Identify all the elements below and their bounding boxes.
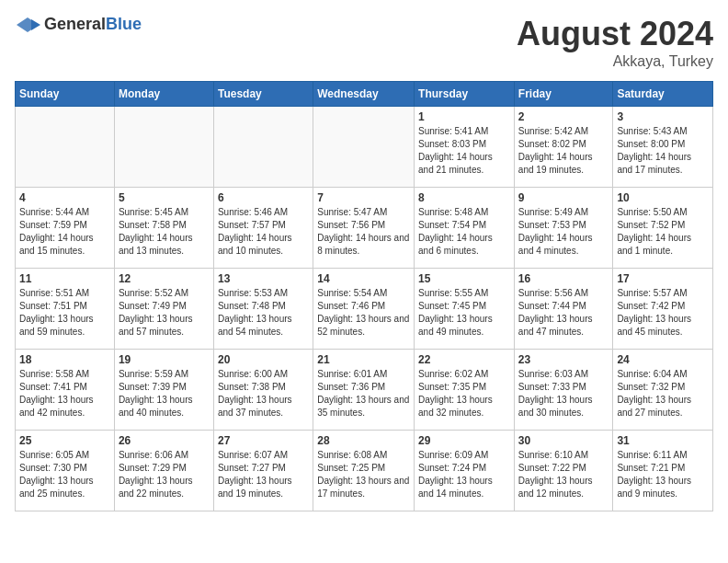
- day-info: Sunrise: 6:10 AM Sunset: 7:22 PM Dayligh…: [518, 449, 609, 500]
- day-number: 26: [119, 434, 210, 447]
- day-info: Sunrise: 5:42 AM Sunset: 8:02 PM Dayligh…: [518, 125, 609, 177]
- day-number: 13: [218, 272, 309, 285]
- week-row-2: 4Sunrise: 5:44 AM Sunset: 7:59 PM Daylig…: [16, 188, 713, 269]
- day-info: Sunrise: 5:46 AM Sunset: 7:57 PM Dayligh…: [218, 206, 309, 258]
- week-row-4: 18Sunrise: 5:58 AM Sunset: 7:41 PM Dayli…: [16, 350, 713, 431]
- day-info: Sunrise: 6:06 AM Sunset: 7:29 PM Dayligh…: [119, 449, 210, 500]
- day-number: 15: [418, 272, 510, 285]
- day-number: 19: [119, 353, 210, 366]
- day-info: Sunrise: 5:56 AM Sunset: 7:44 PM Dayligh…: [518, 287, 609, 339]
- calendar-cell: 18Sunrise: 5:58 AM Sunset: 7:41 PM Dayli…: [16, 350, 115, 431]
- day-number: 16: [518, 272, 609, 285]
- day-number: 7: [317, 191, 410, 204]
- calendar-cell: 22Sunrise: 6:02 AM Sunset: 7:35 PM Dayli…: [415, 350, 515, 431]
- calendar-cell: [213, 107, 313, 188]
- day-info: Sunrise: 6:00 AM Sunset: 7:38 PM Dayligh…: [218, 368, 309, 419]
- day-number: 1: [418, 110, 510, 123]
- calendar-cell: 30Sunrise: 6:10 AM Sunset: 7:22 PM Dayli…: [514, 431, 613, 511]
- day-number: 28: [317, 434, 410, 447]
- week-row-3: 11Sunrise: 5:51 AM Sunset: 7:51 PM Dayli…: [16, 269, 713, 350]
- logo-blue-text: Blue: [106, 15, 142, 33]
- day-info: Sunrise: 5:57 AM Sunset: 7:42 PM Dayligh…: [617, 287, 709, 339]
- week-row-1: 1Sunrise: 5:41 AM Sunset: 8:03 PM Daylig…: [16, 107, 713, 188]
- day-info: Sunrise: 6:04 AM Sunset: 7:32 PM Dayligh…: [617, 368, 709, 419]
- calendar-cell: [16, 107, 115, 188]
- day-number: 11: [19, 272, 110, 285]
- day-info: Sunrise: 5:52 AM Sunset: 7:49 PM Dayligh…: [119, 287, 210, 339]
- day-number: 2: [518, 110, 609, 123]
- calendar-cell: 20Sunrise: 6:00 AM Sunset: 7:38 PM Dayli…: [213, 350, 313, 431]
- weekday-header-wednesday: Wednesday: [313, 82, 415, 107]
- calendar-cell: 1Sunrise: 5:41 AM Sunset: 8:03 PM Daylig…: [415, 107, 515, 188]
- day-number: 30: [518, 434, 609, 447]
- calendar-cell: 7Sunrise: 5:47 AM Sunset: 7:56 PM Daylig…: [313, 188, 415, 269]
- day-info: Sunrise: 5:59 AM Sunset: 7:39 PM Dayligh…: [119, 368, 210, 419]
- calendar-cell: 6Sunrise: 5:46 AM Sunset: 7:57 PM Daylig…: [213, 188, 313, 269]
- calendar-cell: 12Sunrise: 5:52 AM Sunset: 7:49 PM Dayli…: [114, 269, 213, 350]
- calendar-cell: 23Sunrise: 6:03 AM Sunset: 7:33 PM Dayli…: [514, 350, 613, 431]
- day-number: 4: [19, 191, 110, 204]
- calendar-cell: 2Sunrise: 5:42 AM Sunset: 8:02 PM Daylig…: [514, 107, 613, 188]
- logo-icon: [15, 16, 40, 34]
- day-info: Sunrise: 6:08 AM Sunset: 7:25 PM Dayligh…: [317, 449, 410, 500]
- weekday-header-saturday: Saturday: [613, 82, 713, 107]
- day-number: 18: [19, 353, 110, 366]
- day-number: 8: [418, 191, 510, 204]
- title-section: August 2024 Akkaya, Turkey: [517, 15, 713, 70]
- day-info: Sunrise: 5:41 AM Sunset: 8:03 PM Dayligh…: [418, 125, 510, 177]
- weekday-header-row: SundayMondayTuesdayWednesdayThursdayFrid…: [16, 82, 713, 107]
- calendar-cell: 29Sunrise: 6:09 AM Sunset: 7:24 PM Dayli…: [415, 431, 515, 511]
- weekday-header-friday: Friday: [514, 82, 613, 107]
- day-number: 29: [418, 434, 510, 447]
- day-number: 31: [617, 434, 709, 447]
- day-info: Sunrise: 5:49 AM Sunset: 7:53 PM Dayligh…: [518, 206, 609, 258]
- day-number: 22: [418, 353, 510, 366]
- day-info: Sunrise: 6:11 AM Sunset: 7:21 PM Dayligh…: [617, 449, 709, 500]
- svg-marker-1: [31, 19, 40, 30]
- day-info: Sunrise: 5:51 AM Sunset: 7:51 PM Dayligh…: [19, 287, 110, 339]
- weekday-header-sunday: Sunday: [16, 82, 115, 107]
- calendar-cell: 24Sunrise: 6:04 AM Sunset: 7:32 PM Dayli…: [613, 350, 713, 431]
- day-number: 21: [317, 353, 410, 366]
- calendar-cell: 25Sunrise: 6:05 AM Sunset: 7:30 PM Dayli…: [16, 431, 115, 511]
- day-info: Sunrise: 6:03 AM Sunset: 7:33 PM Dayligh…: [518, 368, 609, 419]
- calendar-table: SundayMondayTuesdayWednesdayThursdayFrid…: [15, 81, 713, 511]
- day-info: Sunrise: 6:07 AM Sunset: 7:27 PM Dayligh…: [218, 449, 309, 500]
- day-info: Sunrise: 5:53 AM Sunset: 7:48 PM Dayligh…: [218, 287, 309, 339]
- weekday-header-tuesday: Tuesday: [213, 82, 313, 107]
- calendar-cell: 8Sunrise: 5:48 AM Sunset: 7:54 PM Daylig…: [415, 188, 515, 269]
- day-number: 25: [19, 434, 110, 447]
- page-header: GeneralBlue August 2024 Akkaya, Turkey: [15, 15, 713, 70]
- day-info: Sunrise: 5:50 AM Sunset: 7:52 PM Dayligh…: [617, 206, 709, 258]
- calendar-cell: 10Sunrise: 5:50 AM Sunset: 7:52 PM Dayli…: [613, 188, 713, 269]
- day-number: 6: [218, 191, 309, 204]
- calendar-cell: 16Sunrise: 5:56 AM Sunset: 7:44 PM Dayli…: [514, 269, 613, 350]
- day-number: 20: [218, 353, 309, 366]
- day-info: Sunrise: 5:54 AM Sunset: 7:46 PM Dayligh…: [317, 287, 410, 339]
- calendar-cell: 5Sunrise: 5:45 AM Sunset: 7:58 PM Daylig…: [114, 188, 213, 269]
- day-info: Sunrise: 5:55 AM Sunset: 7:45 PM Dayligh…: [418, 287, 510, 339]
- logo: GeneralBlue: [15, 15, 142, 34]
- calendar-cell: 27Sunrise: 6:07 AM Sunset: 7:27 PM Dayli…: [213, 431, 313, 511]
- day-info: Sunrise: 6:02 AM Sunset: 7:35 PM Dayligh…: [418, 368, 510, 419]
- day-info: Sunrise: 5:48 AM Sunset: 7:54 PM Dayligh…: [418, 206, 510, 258]
- calendar-cell: 17Sunrise: 5:57 AM Sunset: 7:42 PM Dayli…: [613, 269, 713, 350]
- location-subtitle: Akkaya, Turkey: [517, 53, 713, 70]
- calendar-cell: 15Sunrise: 5:55 AM Sunset: 7:45 PM Dayli…: [415, 269, 515, 350]
- day-number: 5: [119, 191, 210, 204]
- logo-general-text: General: [44, 15, 106, 33]
- day-info: Sunrise: 6:09 AM Sunset: 7:24 PM Dayligh…: [418, 449, 510, 500]
- day-number: 9: [518, 191, 609, 204]
- calendar-cell: 31Sunrise: 6:11 AM Sunset: 7:21 PM Dayli…: [613, 431, 713, 511]
- calendar-cell: 13Sunrise: 5:53 AM Sunset: 7:48 PM Dayli…: [213, 269, 313, 350]
- day-number: 14: [317, 272, 410, 285]
- day-number: 17: [617, 272, 709, 285]
- day-number: 10: [617, 191, 709, 204]
- day-info: Sunrise: 5:45 AM Sunset: 7:58 PM Dayligh…: [119, 206, 210, 258]
- calendar-cell: 11Sunrise: 5:51 AM Sunset: 7:51 PM Dayli…: [16, 269, 115, 350]
- calendar-cell: [114, 107, 213, 188]
- day-number: 3: [617, 110, 709, 123]
- day-number: 12: [119, 272, 210, 285]
- day-info: Sunrise: 6:01 AM Sunset: 7:36 PM Dayligh…: [317, 368, 410, 419]
- month-year-title: August 2024: [517, 15, 713, 53]
